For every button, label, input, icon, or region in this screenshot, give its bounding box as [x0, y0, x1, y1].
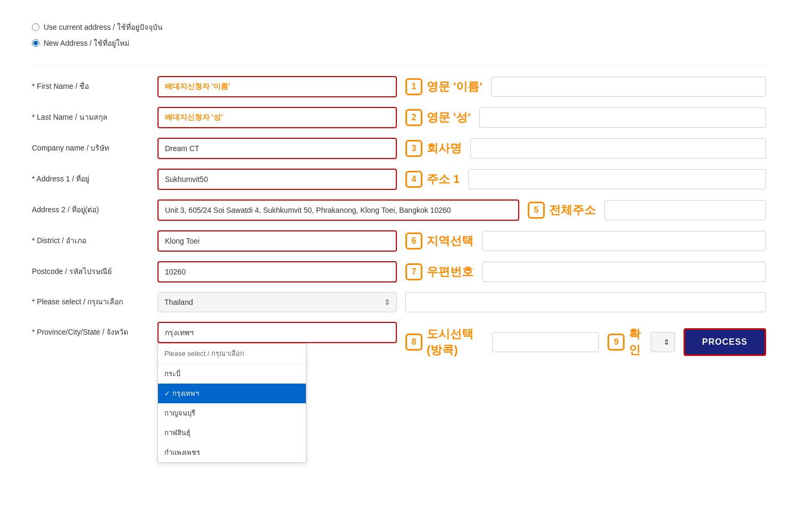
province-input-area: Please select / กรุณาเลือก กระบี่ ✓ กรุง…: [157, 322, 766, 358]
hint-number-8: 8: [405, 334, 422, 351]
country-select-container: Thailand ⇕: [157, 292, 397, 312]
country-english-input[interactable]: [405, 292, 766, 312]
radio-item-new[interactable]: New Address / ใช้ที่อยู่ใหม่: [32, 37, 766, 49]
country-row: * Please select / กรุณาเลือก Thailand ⇕: [32, 292, 766, 312]
company-name-input-area: 3 회사명: [157, 138, 766, 159]
address1-label: * Address 1 / ที่อยู่: [32, 174, 149, 185]
address2-english-input[interactable]: [604, 200, 766, 220]
radio-current-address[interactable]: [32, 23, 39, 31]
hint-number-4: 4: [405, 171, 422, 188]
hint-number-1: 1: [405, 78, 422, 95]
first-name-label: * First Name / ชื่อ: [32, 81, 149, 92]
province-row: * Province/City/State / จังหวัด Please s…: [32, 322, 766, 390]
hint-text-5: 전체주소: [549, 202, 596, 218]
hint-text-7: 우편번호: [427, 264, 473, 280]
dropdown-item-bangkok[interactable]: ✓ กรุงเทพฯ: [158, 384, 306, 403]
postcode-label: Postcode / รหัสไปรษณีย์: [32, 267, 149, 277]
company-hint: 3 회사명: [405, 140, 462, 157]
dropdown-item-krabi[interactable]: กระบี่: [158, 364, 306, 384]
postcode-hint: 7 우편번호: [405, 263, 473, 280]
dropdown-header: Please select / กรุณาเลือก: [158, 344, 306, 364]
last-name-english-input[interactable]: [479, 107, 766, 128]
postcode-english-input[interactable]: [482, 262, 766, 282]
radio-new-label: New Address / ใช้ที่อยู่ใหม่: [44, 37, 129, 49]
form-section: * First Name / ชื่อ 1 영문 '이름' * Last Nam…: [32, 76, 766, 390]
hint-text-2: 영문 '성': [427, 110, 471, 126]
first-name-english-input[interactable]: [491, 77, 766, 97]
address2-input-area: 5 전체주소: [157, 200, 766, 221]
address1-hint: 4 주소 1: [405, 171, 460, 188]
province-label: * Province/City/State / จังหวัด: [32, 322, 149, 338]
postcode-input-area: 7 우편번호: [157, 261, 766, 282]
country-select[interactable]: Thailand: [157, 292, 397, 312]
first-name-hint: 1 영문 '이름': [405, 78, 483, 95]
hint-number-2: 2: [405, 109, 422, 126]
company-name-label: Company name / บริษัท: [32, 143, 149, 154]
hint-number-5: 5: [528, 202, 545, 219]
address1-english-input[interactable]: [468, 169, 766, 189]
address2-row: Address 2 / ที่อยู่(ต่อ) 5 전체주소: [32, 200, 766, 221]
dropdown-item-kanchanaburi[interactable]: กาญจนบุรี: [158, 403, 306, 423]
first-name-input[interactable]: [157, 76, 397, 97]
company-name-english-input[interactable]: [470, 138, 766, 159]
country-select-area: Thailand ⇕: [157, 292, 766, 312]
province-input[interactable]: [157, 322, 397, 343]
last-name-row: * Last Name / นามสกุล 2 영문 '성': [32, 107, 766, 128]
hint-number-3: 3: [405, 140, 422, 157]
last-name-label: * Last Name / นามสกุล: [32, 112, 149, 123]
address1-input-area: 4 주소 1: [157, 169, 766, 190]
hint-text-3: 회사명: [427, 140, 462, 156]
radio-item-current[interactable]: Use current address / ใช้ที่อยู่ปัจจุบัน: [32, 21, 766, 33]
last-name-input-area: 2 영문 '성': [157, 107, 766, 128]
address1-input[interactable]: [157, 169, 397, 190]
hint-number-6: 6: [405, 232, 422, 250]
dropdown-item-kalasin[interactable]: กาฬสินธุ์: [158, 423, 306, 443]
district-input[interactable]: [157, 230, 397, 252]
last-name-input[interactable]: [157, 107, 397, 128]
province-city-input[interactable]: [492, 332, 599, 352]
country-label: * Please select / กรุณาเลือก: [32, 297, 149, 307]
confirm-hint: 9 확인: [608, 326, 642, 358]
district-english-input[interactable]: [482, 231, 766, 251]
postcode-input[interactable]: [157, 261, 397, 282]
radio-group: Use current address / ใช้ที่อยู่ปัจจุบัน…: [32, 21, 766, 49]
hint-number-9: 9: [608, 334, 625, 351]
district-row: * District / อำเภอ 6 지역선택: [32, 230, 766, 252]
address2-label: Address 2 / ที่อยู่(ต่อ): [32, 205, 149, 215]
page-container: Use current address / ใช้ที่อยู่ปัจจุบัน…: [0, 0, 798, 532]
first-name-row: * First Name / ชื่อ 1 영문 '이름': [32, 76, 766, 97]
radio-new-address[interactable]: [32, 39, 39, 47]
radio-current-label: Use current address / ใช้ที่อยู่ปัจจุบัน: [44, 21, 163, 33]
company-name-row: Company name / บริษัท 3 회사명: [32, 138, 766, 159]
district-label: * District / อำเภอ: [32, 236, 149, 246]
dropdown-item-kamphaengphet[interactable]: กำแพงเพชร: [158, 443, 306, 462]
process-button[interactable]: PROCESS: [684, 328, 766, 356]
address1-row: * Address 1 / ที่อยู่ 4 주소 1: [32, 169, 766, 190]
postcode-row: Postcode / รหัสไปรษณีย์ 7 우편번호: [32, 261, 766, 282]
hint-text-4: 주소 1: [427, 171, 460, 187]
section-divider: [32, 65, 766, 65]
hint-text-8: 도시선택 (방콕): [427, 326, 484, 358]
province-field-container: Please select / กรุณาเลือก กระบี่ ✓ กรุง…: [157, 322, 397, 343]
district-input-area: 6 지역선택: [157, 230, 766, 252]
first-name-input-area: 1 영문 '이름': [157, 76, 766, 97]
confirm-select[interactable]: [651, 332, 675, 352]
company-name-input[interactable]: [157, 138, 397, 159]
hint-number-7: 7: [405, 263, 422, 280]
hint-text-6: 지역선택: [427, 233, 473, 249]
province-hint: 8 도시선택 (방콕): [405, 326, 484, 358]
address2-input[interactable]: [157, 200, 519, 221]
address2-hint: 5 전체주소: [528, 202, 596, 219]
province-dropdown: Please select / กรุณาเลือก กระบี่ ✓ กรุง…: [157, 343, 306, 463]
hint-text-9: 확인: [629, 326, 642, 358]
hint-text-1: 영문 '이름': [427, 79, 483, 95]
last-name-hint: 2 영문 '성': [405, 109, 471, 126]
district-hint: 6 지역선택: [405, 232, 473, 250]
